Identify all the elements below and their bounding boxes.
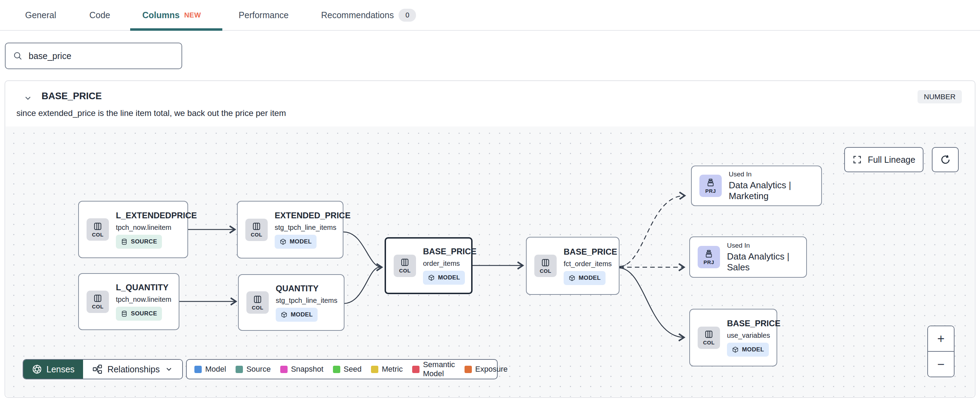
lenses-button[interactable]: Lenses [23, 360, 83, 379]
lineage-node-base-price-use-variables[interactable]: COL BASE_PRICE use_variables MODEL [689, 309, 777, 366]
used-in-label: Used In [729, 171, 751, 178]
lineage-canvas[interactable]: COL L_EXTENDEDPRICE tpch_now.lineitem SO… [6, 126, 974, 397]
refresh-button[interactable] [932, 147, 959, 172]
zoom-in-button[interactable]: + [928, 326, 954, 352]
badge-label: MODEL [291, 311, 313, 318]
column-lineage-page: General Code Columns NEW Performance Rec… [0, 0, 980, 401]
badge-label: SOURCE [131, 238, 157, 245]
legend-item-source: Source [235, 365, 271, 374]
node-title: BASE_PRICE [727, 319, 780, 328]
legend-label: Exposure [475, 365, 508, 374]
tab-general[interactable]: General [25, 10, 56, 20]
col-chip: COL [394, 255, 416, 277]
legend-swatch [371, 366, 378, 373]
chip-label: COL [399, 268, 410, 273]
full-lineage-button[interactable]: Full Lineage [844, 147, 923, 172]
lineage-node-extended-price[interactable]: COL EXTENDED_PRICE stg_tpch_line_items M… [237, 201, 344, 259]
cube-icon [281, 311, 288, 318]
node-subtitle: tpch_now.lineitem [116, 296, 171, 304]
columns-icon [400, 258, 409, 267]
legend-swatch [465, 366, 472, 373]
node-title: L_QUANTITY [116, 283, 169, 292]
tab-label: Code [89, 10, 110, 20]
chip-label: COL [92, 232, 103, 238]
lineage-node-base-price-fct-order-items[interactable]: COL BASE_PRICE fct_order_items MODEL [526, 237, 619, 295]
badge-label: MODEL [742, 346, 764, 353]
new-badge: NEW [184, 11, 201, 19]
node-subtitle: order_items [423, 260, 460, 268]
badge-label: MODEL [579, 275, 601, 281]
badge-label: SOURCE [131, 310, 157, 317]
lineage-node-l-extendedprice[interactable]: COL L_EXTENDEDPRICE tpch_now.lineitem SO… [78, 201, 188, 258]
model-badge: MODEL [564, 271, 606, 285]
model-badge: MODEL [275, 235, 317, 249]
node-title: L_EXTENDEDPRICE [116, 211, 197, 220]
chevron-down-icon[interactable] [23, 94, 32, 103]
chip-label: COL [251, 305, 263, 310]
lineage-node-used-in-sales[interactable]: PRJ Used In Data Analytics | Sales [689, 236, 807, 278]
column-name: BASE_PRICE [41, 91, 102, 102]
tab-performance[interactable]: Performance [239, 10, 289, 20]
fullscreen-icon [852, 155, 862, 165]
legend-swatch [235, 366, 243, 373]
node-subtitle: stg_tpch_line_items [275, 224, 336, 232]
columns-icon [541, 258, 550, 267]
legend-label: Seed [344, 365, 361, 374]
chip-label: PRJ [703, 259, 714, 265]
column-type-badge: NUMBER [918, 90, 962, 104]
cube-icon [428, 274, 435, 281]
lineage-node-quantity[interactable]: COL QUANTITY stg_tpch_line_items MODEL [238, 274, 344, 331]
lineage-edges [6, 126, 974, 397]
zoom-out-button[interactable]: − [928, 352, 954, 377]
node-subtitle: tpch_now.lineitem [116, 224, 171, 232]
tab-columns[interactable]: Columns NEW [142, 10, 201, 20]
legend-item-model: Model [194, 365, 226, 374]
node-title: BASE_PRICE [423, 247, 476, 256]
model-badge: MODEL [276, 308, 318, 322]
lineage-node-base-price-order-items[interactable]: COL BASE_PRICE order_items MODEL [385, 237, 473, 294]
col-chip: COL [87, 218, 109, 241]
cube-icon [568, 275, 576, 281]
chip-label: COL [251, 232, 262, 238]
search-input[interactable] [29, 51, 175, 61]
tab-code[interactable]: Code [89, 10, 110, 20]
lineage-node-used-in-marketing[interactable]: PRJ Used In Data Analytics | Marketing [691, 166, 822, 206]
tab-label: General [25, 10, 56, 20]
search-icon [13, 51, 23, 61]
lineage-node-l-quantity[interactable]: COL L_QUANTITY tpch_now.lineitem SOURCE [78, 273, 180, 330]
legend-label: Metric [382, 365, 403, 374]
legend-label: Semantic Model [423, 360, 455, 378]
legend-label: Snapshot [291, 365, 323, 374]
relationships-dropdown[interactable]: Relationships [83, 360, 182, 379]
node-title: EXTENDED_PRICE [275, 211, 350, 220]
col-chip: COL [535, 255, 557, 277]
node-type-legend: Model Source Snapshot Seed Metric [186, 359, 498, 379]
col-chip: COL [698, 327, 720, 349]
tab-label: Performance [239, 10, 289, 20]
node-title: Data Analytics | Marketing [729, 180, 821, 201]
node-title: Data Analytics | Sales [727, 251, 806, 273]
node-subtitle: use_variables [727, 331, 770, 340]
tab-recommendations[interactable]: Recommendations 0 [321, 9, 416, 22]
aperture-icon [32, 364, 42, 374]
model-badge: MODEL [727, 343, 769, 357]
col-chip: COL [245, 219, 268, 241]
project-icon [704, 249, 713, 259]
col-chip: COL [247, 291, 269, 314]
node-subtitle: stg_tpch_line_items [276, 297, 337, 305]
full-lineage-label: Full Lineage [868, 155, 915, 165]
columns-icon [253, 295, 262, 304]
badge-label: MODEL [438, 274, 460, 281]
zoom-control: + − [927, 326, 955, 377]
legend-swatch [194, 366, 202, 373]
database-icon [121, 310, 128, 317]
column-search[interactable] [5, 43, 182, 69]
legend-item-seed: Seed [333, 365, 361, 374]
lenses-label: Lenses [46, 364, 75, 374]
refresh-icon [940, 154, 951, 165]
recommendations-count-badge: 0 [399, 9, 416, 22]
legend-swatch [412, 366, 420, 373]
legend-item-semantic-model: Semantic Model [412, 360, 455, 378]
legend-item-snapshot: Snapshot [280, 365, 323, 374]
legend-swatch [333, 366, 340, 373]
